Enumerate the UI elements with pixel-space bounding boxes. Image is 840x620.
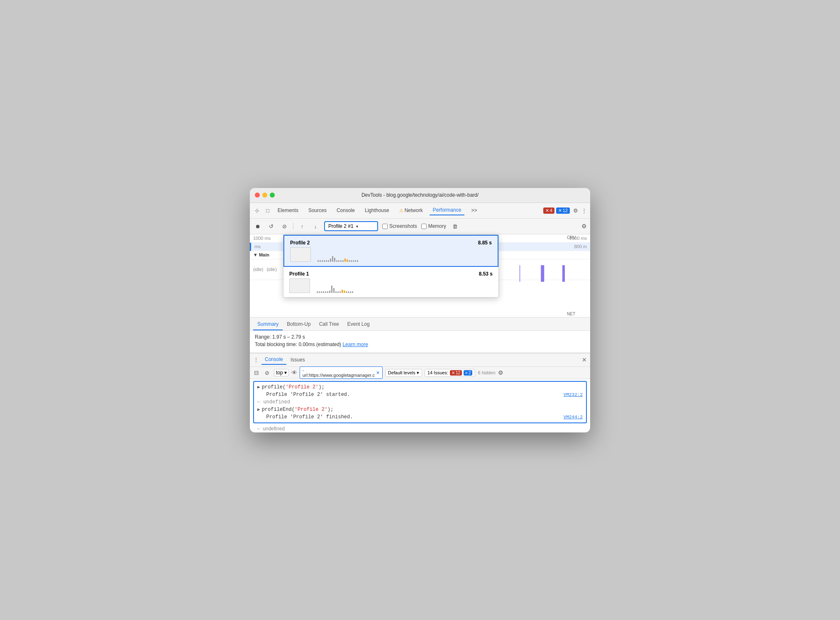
tab-event-log[interactable]: Event Log (343, 319, 374, 330)
minimize-button[interactable] (262, 193, 267, 198)
profile-1-time: 8.53 s (479, 271, 493, 277)
console-settings-button[interactable]: ⚙ (498, 369, 503, 376)
error-badge: ✕ 4 (543, 207, 554, 214)
spark-bar (328, 260, 329, 262)
tab-call-tree[interactable]: Call Tree (315, 319, 343, 330)
console-close-button[interactable]: ✕ (582, 356, 587, 363)
screenshots-label: Screenshots (389, 223, 417, 229)
tab-toolbar: ⊹ □ Elements Sources Console Lighthouse … (250, 203, 590, 219)
sidebar-toggle-button[interactable]: ⊟ (253, 369, 260, 376)
top-context-dropdown[interactable]: top ▾ (274, 369, 289, 376)
screenshots-checkbox[interactable] (382, 224, 388, 229)
svg-rect-11 (562, 265, 565, 282)
spark-bar (351, 260, 352, 262)
upload-button[interactable]: ↑ (298, 222, 307, 231)
capture-settings-button[interactable]: ⚙ (581, 223, 587, 229)
top-label: top (276, 370, 283, 376)
filter-input[interactable]: -url:https://www.googletagmanager.c ✕ (300, 366, 383, 379)
log-link-vm232[interactable]: VM232:2 (564, 392, 583, 397)
spark-bar (320, 260, 321, 262)
range-row: Range: 1.97 s – 2.79 s (255, 334, 585, 340)
idle-label-1: (idle) (253, 267, 263, 272)
memory-checkbox[interactable] (421, 224, 427, 229)
arrow-left-icon: ← (257, 399, 260, 405)
log-line-last: ← undefined (250, 425, 590, 432)
profile-2-item[interactable]: Profile 2 8.85 s (283, 235, 498, 267)
spark-bar (327, 291, 328, 293)
tab-summary[interactable]: Summary (253, 319, 283, 330)
sparkline-bars-1 (317, 278, 493, 293)
spark-bar (326, 260, 327, 262)
default-levels-button[interactable]: Default levels ▾ (385, 369, 422, 377)
log-line-3: ← undefined (254, 398, 586, 406)
log-text-5: Profile 'Profile 2' finished. (257, 414, 353, 420)
spark-bar-gold (342, 290, 343, 293)
tab-elements[interactable]: Elements (274, 206, 302, 215)
ctab-console[interactable]: Console (261, 355, 286, 365)
close-button[interactable] (255, 193, 260, 198)
ctab-issues[interactable]: Issues (287, 355, 308, 364)
spark-bar (342, 260, 344, 262)
subtick-ms: ms (254, 244, 261, 249)
memory-label: Memory (428, 223, 446, 229)
log-line-4: ▶ profileEnd('Profile 2'); (254, 406, 586, 413)
tab-bottom-up[interactable]: Bottom-Up (283, 319, 315, 330)
profile-2-sparkline (317, 247, 492, 262)
record-button[interactable]: ⏺ (253, 222, 262, 231)
filter-clear-button[interactable]: ⊘ (262, 368, 271, 377)
device-button[interactable]: □ (264, 207, 271, 215)
spark-bar (352, 291, 353, 293)
spark-bar (353, 260, 354, 262)
reload-button[interactable]: ↺ (266, 222, 276, 231)
console-toolbar: ⋮ Console Issues ✕ (250, 354, 590, 367)
log-line-2: Profile 'Profile 2' started. VM232:2 (254, 391, 586, 398)
tab-console[interactable]: Console (333, 206, 358, 215)
spark-bar (329, 290, 330, 293)
tab-lighthouse[interactable]: Lighthouse (361, 206, 393, 215)
range-label: Range: 1.97 s – 2.79 s (255, 334, 305, 340)
err-icon: ✕ (452, 371, 455, 375)
learn-more-link[interactable]: Learn more (342, 342, 368, 347)
spark-bar (355, 260, 356, 262)
idle-label-2: (idle) (266, 267, 276, 272)
error-count-badge: ✕ 12 (450, 370, 462, 376)
spark-bar (340, 260, 342, 262)
err-count: 12 (456, 371, 460, 375)
blocking-row: Total blocking time: 0.00ms (estimated) … (255, 342, 585, 347)
tab-network[interactable]: ⚠ Network (396, 206, 426, 215)
summary-area: Range: 1.97 s – 2.79 s Total blocking ti… (250, 331, 590, 353)
tab-sources[interactable]: Sources (305, 206, 330, 215)
profile-dropdown[interactable]: Profile 2 #1 ▾ (324, 221, 378, 231)
warning-badge: ✕ 12 (556, 207, 570, 214)
log-link-vm244[interactable]: VM244:2 (564, 415, 583, 420)
download-button[interactable]: ↓ (311, 222, 320, 231)
tab-more[interactable]: >> (468, 206, 480, 215)
filter-clear-icon[interactable]: ✕ (376, 370, 380, 376)
spark-bar (330, 259, 331, 262)
log-text-4b: ); (327, 407, 333, 413)
maximize-button[interactable] (270, 193, 275, 198)
tab-performance[interactable]: Performance (430, 205, 465, 215)
spark-bar (325, 291, 326, 293)
more-options-button[interactable]: ⋮ (581, 207, 587, 214)
spark-bar (321, 291, 322, 293)
issues-label: 14 Issues: (427, 370, 448, 375)
spark-bar (331, 286, 332, 293)
profile-1-item[interactable]: Profile 1 8.53 s (283, 267, 498, 297)
profile-1-sparkline (317, 278, 493, 293)
eye-button[interactable]: 👁 (291, 369, 297, 376)
inspect-button[interactable]: ⊹ (253, 207, 261, 215)
delete-button[interactable]: 🗑 (450, 222, 459, 231)
settings-gear-button[interactable]: ⚙ (573, 207, 578, 214)
profile-2-name: Profile 2 (290, 240, 310, 246)
log-text-4a: profileEnd( (262, 407, 295, 413)
log-line-5: Profile 'Profile 2' finished. VM244:2 (254, 413, 586, 421)
spark-bar (322, 260, 323, 262)
profile-label: Profile 2 #1 (328, 223, 354, 229)
console-menu-button[interactable]: ⋮ (253, 356, 259, 363)
warning-icon: ⚠ (399, 208, 403, 213)
spark-bar (349, 260, 350, 262)
clear-button[interactable]: ⊘ (280, 222, 289, 231)
profile-1-thumbnail (289, 278, 310, 293)
log-undefined-last: undefined (261, 426, 285, 432)
